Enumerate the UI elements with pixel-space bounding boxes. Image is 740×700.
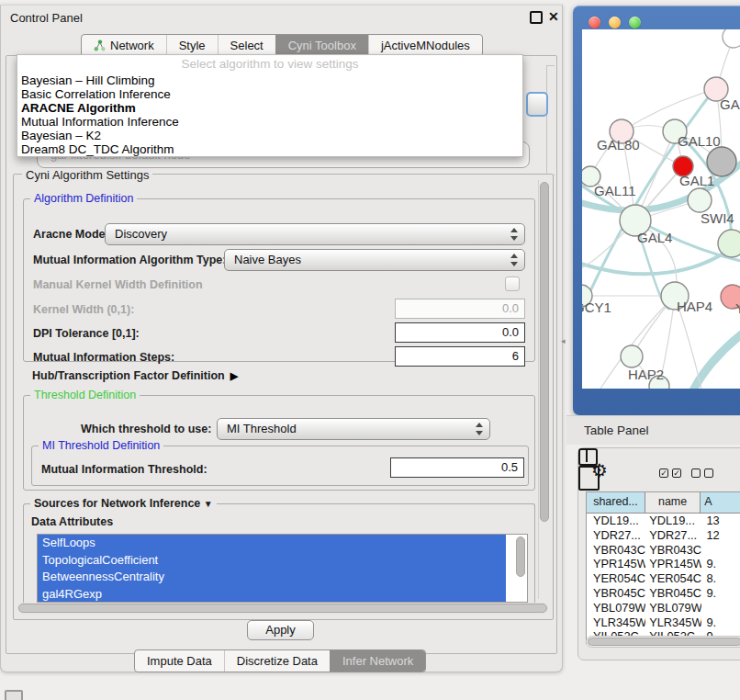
tab-discretize-data[interactable]: Discretize Data bbox=[224, 650, 330, 672]
cell bbox=[701, 543, 740, 558]
unchecked-checkbox-icon[interactable] bbox=[704, 469, 713, 478]
mi-steps-field[interactable]: 6 bbox=[395, 346, 525, 367]
dropdown-item[interactable]: Mutual Information Inference bbox=[17, 115, 522, 129]
cell: YDR27... bbox=[587, 528, 645, 543]
tab-cyni-toolbox-label: Cyni Toolbox bbox=[288, 35, 356, 56]
data-attributes-list[interactable]: SelfLoops TopologicalCoefficient Between… bbox=[37, 534, 528, 603]
tab-cyni-toolbox[interactable]: Cyni Toolbox bbox=[275, 35, 368, 56]
gear-icon[interactable]: ⚙ bbox=[591, 459, 608, 481]
settings-vertical-scrollbar[interactable] bbox=[538, 180, 550, 599]
tab-jactivemnodules-label: jActiveMNodules bbox=[381, 35, 470, 56]
dpi-tolerance-field[interactable]: 0.0 bbox=[395, 322, 525, 343]
minimize-traffic-light[interactable] bbox=[609, 17, 621, 28]
hub-definition-toggle[interactable]: Hub/Transcription Factor Definition▶ bbox=[32, 369, 238, 382]
cell: YDL19... bbox=[645, 514, 701, 528]
mi-threshold-group: MI Threshold Definition Mutual Informati… bbox=[31, 446, 529, 486]
tab-select-label: Select bbox=[230, 35, 263, 56]
background-group-border bbox=[546, 65, 555, 175]
kernel-width-label: Kernel Width (0,1): bbox=[33, 303, 134, 316]
tab-jactivemnodules[interactable]: jActiveMNodules bbox=[368, 35, 482, 56]
sources-title-label: Sources for Network Inference bbox=[34, 497, 200, 510]
hub-definition-label: Hub/Transcription Factor Definition bbox=[32, 369, 225, 382]
column-header[interactable]: shared... bbox=[587, 492, 645, 513]
list-item[interactable]: gal4RGexp bbox=[38, 586, 506, 604]
algorithm-combobox-fragment[interactable] bbox=[526, 92, 548, 117]
scrollbar-thumb[interactable] bbox=[18, 604, 547, 613]
column-header[interactable]: A bbox=[701, 492, 740, 513]
network-graph[interactable]: GAL GAL80 GAL10 GAL11 GAL1 SWI4 GAL4 GCY… bbox=[582, 29, 740, 389]
dropdown-item[interactable]: Bayesian – Hill Climbing bbox=[17, 73, 522, 87]
list-item[interactable]: BetweennessCentrality bbox=[38, 569, 506, 586]
threshold-definition-group: Threshold Definition Which threshold to … bbox=[23, 395, 535, 491]
tab-select[interactable]: Select bbox=[218, 35, 275, 56]
cell bbox=[701, 601, 740, 615]
table-row[interactable]: YER054C YER054C 8. bbox=[587, 571, 740, 586]
checked-checkbox-icon[interactable]: ✓ bbox=[659, 469, 668, 478]
apply-button[interactable]: Apply bbox=[247, 620, 314, 640]
network-icon bbox=[94, 40, 106, 51]
network-canvas[interactable]: GAL GAL80 GAL10 GAL11 GAL1 SWI4 GAL4 GCY… bbox=[582, 29, 740, 389]
close-traffic-light[interactable] bbox=[589, 17, 600, 28]
node-label: GAL11 bbox=[594, 183, 636, 198]
dropdown-item[interactable]: Dream8 DC_TDC Algorithm bbox=[17, 142, 522, 156]
tab-network[interactable]: Network bbox=[82, 35, 166, 56]
mi-threshold-field[interactable]: 0.5 bbox=[390, 457, 524, 478]
tab-style[interactable]: Style bbox=[166, 35, 218, 56]
table-row[interactable]: YPR145W YPR145W 9. bbox=[587, 557, 740, 571]
list-item[interactable]: SelfLoops bbox=[38, 535, 506, 552]
unchecked-checkbox-icon[interactable] bbox=[691, 469, 701, 478]
table-row[interactable]: YLR345W YLR345W 9. bbox=[587, 615, 740, 630]
tab-impute-data[interactable]: Impute Data bbox=[135, 650, 224, 672]
algorithm-dropdown-list: Select algorithm to view settings Bayesi… bbox=[17, 54, 523, 157]
float-window-icon[interactable] bbox=[530, 11, 543, 24]
node-big-green[interactable] bbox=[718, 230, 740, 257]
kernel-width-field[interactable]: 0.0 bbox=[395, 299, 525, 319]
settings-horizontal-scrollbar[interactable] bbox=[17, 603, 548, 614]
cell: 8. bbox=[701, 571, 740, 586]
aracne-mode-label: Aracne Mode: bbox=[33, 228, 109, 241]
list-item[interactable]: TopologicalCoefficient bbox=[38, 552, 506, 570]
which-threshold-value: MI Threshold bbox=[227, 422, 297, 435]
corner-widget-icon[interactable] bbox=[5, 690, 23, 700]
checked-checkbox-icon[interactable]: ✓ bbox=[672, 469, 681, 478]
which-threshold-combobox[interactable]: MI Threshold bbox=[217, 418, 490, 440]
sources-group: Sources for Network Inference ▼ Data Att… bbox=[23, 503, 535, 604]
node-label: GAL10 bbox=[678, 133, 721, 149]
close-icon[interactable]: ✕ bbox=[548, 9, 559, 24]
table-row[interactable]: YDL19... YDL19... 13 bbox=[587, 514, 740, 528]
aracne-mode-combobox[interactable]: Discovery bbox=[105, 223, 525, 245]
node-partial[interactable] bbox=[723, 29, 740, 48]
group-title: MI Threshold Definition bbox=[39, 439, 163, 452]
panel-splitter-grip[interactable]: ◂ bbox=[561, 336, 566, 345]
screen: Control Panel ✕ Network Style Select bbox=[0, 0, 740, 700]
mi-threshold-label: Mutual Information Threshold: bbox=[41, 463, 207, 476]
cell: 9. bbox=[701, 615, 740, 630]
node-gal1[interactable] bbox=[688, 188, 712, 212]
tab-infer-network[interactable]: Infer Network bbox=[330, 650, 425, 672]
table-horizontal-scrollbar[interactable] bbox=[586, 636, 740, 648]
dropdown-item[interactable]: Basic Correlation Inference bbox=[17, 87, 522, 101]
cell: 9. bbox=[701, 557, 740, 571]
table-row[interactable]: YBR045C YBR045C 9. bbox=[587, 586, 740, 601]
node-hap2[interactable] bbox=[621, 345, 643, 367]
list-scrollbar-thumb[interactable] bbox=[516, 536, 525, 577]
sources-group-title[interactable]: Sources for Network Inference ▼ bbox=[30, 497, 217, 510]
dropdown-item[interactable]: Bayesian – K2 bbox=[17, 129, 522, 142]
manual-kernel-label: Manual Kernel Width Definition bbox=[33, 278, 203, 291]
dpi-tolerance-label: DPI Tolerance [0,1]: bbox=[33, 327, 140, 340]
column-header[interactable]: name bbox=[645, 492, 701, 513]
cell: YBR043C bbox=[645, 543, 701, 558]
scrollbar-thumb[interactable] bbox=[540, 182, 549, 522]
scrollbar-thumb[interactable] bbox=[588, 638, 740, 646]
table-row[interactable]: YBL079W YBL079W bbox=[587, 601, 740, 615]
table-row[interactable]: YDR27... YDR27... 12 bbox=[587, 528, 740, 543]
manual-kernel-checkbox[interactable] bbox=[505, 277, 520, 291]
cell: YPR145W bbox=[587, 557, 645, 571]
tab-network-label: Network bbox=[110, 35, 154, 56]
which-threshold-label: Which threshold to use: bbox=[81, 423, 211, 435]
table-row[interactable]: YBR043C YBR043C bbox=[587, 543, 740, 558]
mi-type-combobox[interactable]: Naive Bayes bbox=[224, 249, 525, 271]
group-title: Threshold Definition bbox=[30, 389, 140, 401]
zoom-traffic-light[interactable] bbox=[629, 17, 641, 28]
dropdown-item-selected[interactable]: ARACNE Algorithm bbox=[17, 101, 522, 115]
